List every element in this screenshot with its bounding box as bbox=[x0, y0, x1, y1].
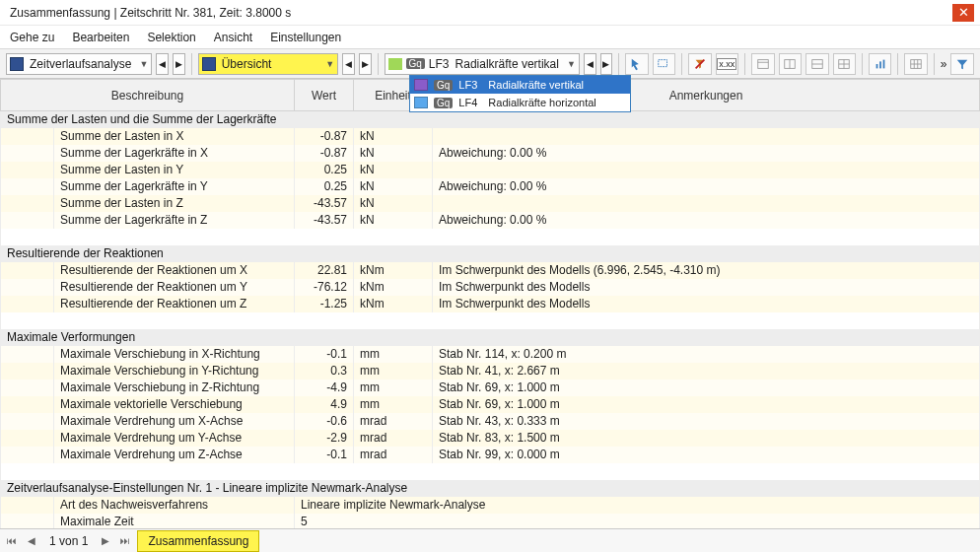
section-title: Maximale Verformungen bbox=[1, 329, 980, 346]
row-desc: Maximale Verdrehung um X-Achse bbox=[54, 413, 295, 430]
option-swatch bbox=[414, 97, 428, 108]
row-note: Stab Nr. 69, x: 1.000 m bbox=[433, 380, 980, 396]
tool-layout-4[interactable] bbox=[833, 53, 857, 75]
row-value: -76.12 bbox=[295, 279, 354, 296]
table-row[interactable]: Summe der Lagerkräfte in Z-43.57kNAbweic… bbox=[1, 212, 980, 229]
pager-tab[interactable]: Zusammenfassung bbox=[137, 530, 259, 552]
divider bbox=[862, 53, 863, 75]
menu-geheu[interactable]: Gehe zu bbox=[10, 31, 54, 44]
pager-last[interactable]: ⏭ bbox=[117, 533, 133, 549]
option-lf: LF4 bbox=[458, 97, 482, 108]
row-note: Stab Nr. 114, x: 0.200 m bbox=[433, 346, 980, 363]
loadcase-prev[interactable]: ◀ bbox=[584, 53, 596, 75]
table-row[interactable]: Resultierende der Reaktionen um Y-76.12k… bbox=[1, 279, 980, 296]
tool-chart[interactable] bbox=[869, 53, 892, 75]
loadcase-dropdown[interactable]: GqLF3Radialkräfte vertikalGqLF4Radialkrä… bbox=[409, 75, 631, 112]
table-row[interactable]: Maximale Verschiebung in X-Richtung-0.1m… bbox=[1, 346, 980, 363]
tool-xxx[interactable]: x.xx bbox=[716, 53, 739, 75]
section-title: Resultierende der Reaktionen bbox=[1, 245, 980, 262]
dropdown-option[interactable]: GqLF3Radialkräfte vertikal bbox=[410, 76, 630, 94]
analysis-prev[interactable]: ◀ bbox=[156, 53, 169, 75]
dropdown-option[interactable]: GqLF4Radialkräfte horizontal bbox=[410, 94, 630, 111]
pager-next[interactable]: ▶ bbox=[98, 533, 113, 549]
table-row[interactable]: Maximale vektorielle Verschiebung4.9mmSt… bbox=[1, 396, 980, 413]
tool-layout-2[interactable] bbox=[779, 53, 803, 75]
table-row[interactable]: Maximale Verdrehung um Z-Achse-0.1mradSt… bbox=[1, 447, 980, 463]
overflow-icon[interactable]: » bbox=[941, 57, 947, 71]
overview-icon bbox=[202, 57, 216, 71]
row-unit: mm bbox=[354, 346, 433, 363]
menu-einstellungen[interactable]: Einstellungen bbox=[270, 31, 341, 44]
tool-select-rect[interactable] bbox=[653, 53, 676, 75]
view-next[interactable]: ▶ bbox=[359, 53, 372, 75]
row-value: -43.57 bbox=[295, 195, 354, 212]
row-desc: Summe der Lagerkräfte in Y bbox=[54, 178, 295, 195]
row-desc: Summe der Lagerkräfte in Z bbox=[54, 212, 295, 229]
row-value: -43.57 bbox=[295, 212, 354, 229]
col-value[interactable]: Wert bbox=[295, 80, 354, 111]
svg-rect-2 bbox=[758, 59, 769, 68]
pager: ⏮ ◀ 1 von 1 ▶ ⏭ Zusammenfassung bbox=[0, 528, 980, 552]
loadcase-next[interactable]: ▶ bbox=[600, 53, 613, 75]
row-desc: Maximale Verdrehung um Z-Achse bbox=[54, 447, 295, 463]
table-row[interactable]: Summe der Lagerkräfte in X-0.87kNAbweich… bbox=[1, 145, 980, 162]
table-row[interactable]: Maximale Verdrehung um X-Achse-0.6mradSt… bbox=[1, 413, 980, 430]
view-selector[interactable]: Übersicht ▼ bbox=[198, 53, 338, 75]
table-row[interactable]: Art des NachweisverfahrensLineare impliz… bbox=[1, 497, 980, 514]
titlebar: Zusammenfassung | Zeitschritt Nr. 381, Z… bbox=[0, 0, 980, 26]
pager-first[interactable]: ⏮ bbox=[4, 533, 20, 549]
tool-select-arrow[interactable] bbox=[625, 53, 649, 75]
table-row[interactable]: Summe der Lasten in Y0.25kN bbox=[1, 162, 980, 178]
tool-clear-filter[interactable] bbox=[688, 53, 712, 75]
row-note: Stab Nr. 83, x: 1.500 m bbox=[433, 430, 980, 447]
analysis-selector[interactable]: Zeitverlaufsanalyse ▼ bbox=[6, 53, 152, 75]
spacer-row bbox=[1, 312, 980, 329]
table-row[interactable]: Summe der Lasten in X-0.87kN bbox=[1, 128, 980, 145]
section-header: Resultierende der Reaktionen bbox=[1, 245, 980, 262]
row-widevalue: 5 bbox=[295, 514, 980, 529]
analysis-next[interactable]: ▶ bbox=[173, 53, 185, 75]
table-row[interactable]: Maximale Verdrehung um Y-Achse-2.9mradSt… bbox=[1, 430, 980, 447]
row-unit: mm bbox=[354, 396, 433, 413]
table-row[interactable]: Maximale Verschiebung in Y-Richtung0.3mm… bbox=[1, 363, 980, 380]
table-row[interactable]: Resultierende der Reaktionen um Z-1.25kN… bbox=[1, 296, 980, 312]
row-desc: Maximale Verschiebung in Z-Richtung bbox=[54, 380, 295, 396]
row-unit: kN bbox=[354, 145, 433, 162]
row-desc: Maximale Zeit bbox=[54, 514, 295, 529]
row-unit: kN bbox=[354, 128, 433, 145]
table-row[interactable]: Summe der Lagerkräfte in Y0.25kNAbweichu… bbox=[1, 178, 980, 195]
row-value: -0.6 bbox=[295, 413, 354, 430]
row-desc: Maximale vektorielle Verschiebung bbox=[54, 396, 295, 413]
close-button[interactable]: ✕ bbox=[952, 4, 974, 22]
table-row[interactable]: Summe der Lasten in Z-43.57kN bbox=[1, 195, 980, 212]
row-value: 4.9 bbox=[295, 396, 354, 413]
loadcase-swatch bbox=[388, 58, 402, 70]
divider bbox=[897, 53, 898, 75]
row-note: Im Schwerpunkt des Modells (6.996, 2.545… bbox=[433, 262, 980, 279]
divider bbox=[191, 53, 192, 75]
loadcase-selector[interactable]: Gq LF3 Radialkräfte vertikal ▼ bbox=[385, 53, 580, 75]
view-prev[interactable]: ◀ bbox=[342, 53, 355, 75]
section-title: Summe der Lasten und die Summe der Lager… bbox=[1, 111, 980, 128]
table-row[interactable]: Resultierende der Reaktionen um X22.81kN… bbox=[1, 262, 980, 279]
table-row[interactable]: Maximale Zeit5 bbox=[1, 514, 980, 529]
spacer-row bbox=[1, 229, 980, 245]
svg-rect-13 bbox=[882, 59, 884, 68]
divider bbox=[378, 53, 379, 75]
table-row[interactable]: Maximale Verschiebung in Z-Richtung-4.9m… bbox=[1, 380, 980, 396]
row-desc: Art des Nachweisverfahrens bbox=[54, 497, 295, 514]
tool-grid[interactable] bbox=[904, 53, 928, 75]
menu-bearbeiten[interactable]: Bearbeiten bbox=[72, 31, 129, 44]
col-desc[interactable]: Beschreibung bbox=[1, 80, 295, 111]
tool-layout-3[interactable] bbox=[805, 53, 829, 75]
row-value: -4.9 bbox=[295, 380, 354, 396]
row-note bbox=[433, 128, 980, 145]
row-unit: mrad bbox=[354, 447, 433, 463]
row-note: Abweichung: 0.00 % bbox=[433, 145, 980, 162]
pager-prev[interactable]: ◀ bbox=[24, 533, 39, 549]
menu-selektion[interactable]: Selektion bbox=[147, 31, 195, 44]
tool-filter[interactable] bbox=[950, 53, 974, 75]
row-note: Abweichung: 0.00 % bbox=[433, 212, 980, 229]
menu-ansicht[interactable]: Ansicht bbox=[214, 31, 252, 44]
tool-layout-1[interactable] bbox=[751, 53, 775, 75]
